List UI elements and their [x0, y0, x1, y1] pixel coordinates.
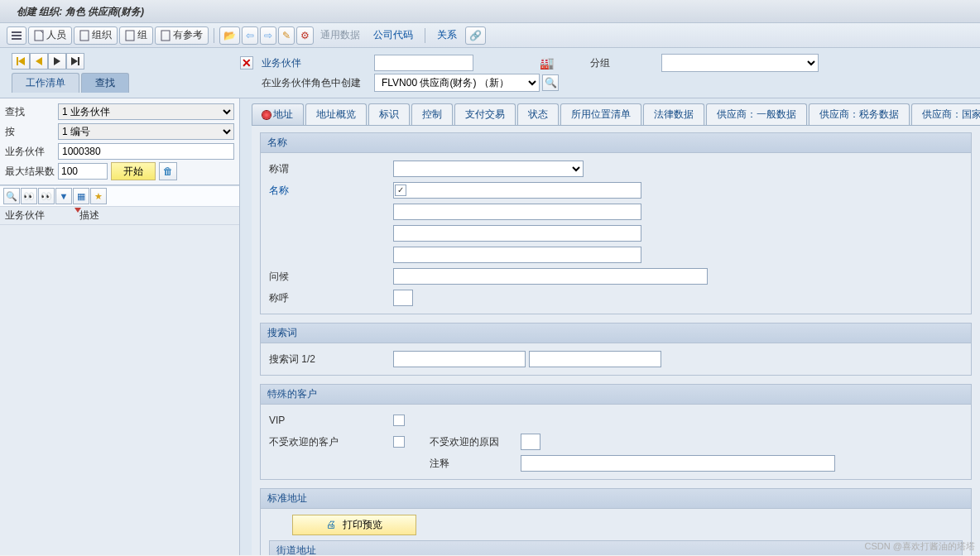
print-preview-button[interactable]: 🖨 打印预览 — [292, 515, 416, 535]
check-button[interactable]: ✎ — [278, 26, 295, 45]
tab-legal[interactable]: 法律数据 — [643, 103, 704, 125]
tab-ident[interactable]: 标识 — [368, 103, 410, 125]
menu-icon — [11, 30, 22, 41]
main-tabs: 地址 地址概览 标识 控制 支付交易 状态 所用位置清单 法律数据 供应商：一般… — [252, 103, 980, 125]
svg-marker-11 — [71, 57, 78, 65]
find-label: 查找 — [5, 105, 58, 119]
name-input-3[interactable] — [393, 225, 641, 242]
unwelcome-checkbox[interactable] — [393, 436, 405, 448]
settings-button[interactable]: ⚙ — [296, 26, 314, 45]
grid-icon: ▦ — [77, 191, 85, 202]
results-toolbar: 🔍 👀 👀 ▼ ▦ ★ — [0, 185, 239, 207]
svg-marker-8 — [18, 57, 25, 65]
name-input-4[interactable] — [393, 247, 641, 263]
factory-icon: 🏭 — [540, 56, 554, 70]
vip-checkbox[interactable] — [393, 415, 405, 426]
tab-vendor-country[interactable]: 供应商：国家/地 — [911, 103, 980, 125]
folder-open-icon: 📂 — [223, 30, 236, 41]
vip-label: VIP — [269, 415, 393, 426]
tab-content: 名称 称谓 名称 问候 称呼 搜索词 — [252, 125, 980, 555]
bp-input[interactable] — [374, 55, 473, 71]
gear-red-icon: ⚙ — [300, 30, 310, 41]
role-select[interactable]: FLVN00 供应商(财务) （新） — [374, 74, 540, 92]
salutation-input[interactable] — [393, 290, 413, 306]
svg-rect-6 — [161, 31, 170, 41]
org-button[interactable]: 组织 — [74, 26, 118, 45]
relation-more-button[interactable]: 🔗 — [465, 26, 486, 45]
role-search-button[interactable]: 🔍 — [542, 74, 559, 91]
close-panel-button[interactable]: ✕ — [240, 56, 253, 70]
group-button[interactable]: 组 — [119, 26, 153, 45]
group-searchterm: 搜索词 搜索词 1/2 — [260, 323, 972, 376]
next-icon — [53, 57, 61, 65]
start-button[interactable]: 开始 — [111, 162, 156, 180]
bp-num-input[interactable] — [58, 143, 234, 160]
group-name: 名称 称谓 名称 问候 称呼 — [260, 132, 972, 314]
unwelcome-reason-label: 不受欢迎的原因 — [430, 435, 521, 449]
tab-address[interactable]: 地址 — [252, 103, 304, 125]
tab-vendor-general[interactable]: 供应商：一般数据 — [706, 103, 807, 125]
note-input[interactable] — [521, 455, 835, 472]
chain-icon: 🔗 — [469, 30, 482, 41]
next-record-button[interactable] — [48, 53, 66, 70]
tab-vendor-tax[interactable]: 供应商：税务数据 — [809, 103, 910, 125]
open-button[interactable]: 📂 — [219, 26, 240, 45]
searchterm2-input[interactable] — [529, 351, 661, 367]
binoculars-icon: 👀 — [41, 191, 52, 202]
max-label: 最大结果数 — [5, 165, 58, 179]
tab-payment[interactable]: 支付交易 — [454, 103, 516, 125]
tab-control[interactable]: 控制 — [411, 103, 453, 125]
tab-worklist[interactable]: 工作清单 — [12, 73, 79, 93]
role-label: 在业务伙伴角色中创建 — [258, 76, 374, 90]
last-record-button[interactable] — [66, 53, 84, 70]
toolbar-separator — [214, 28, 214, 43]
left-tabs: 工作清单 查找 — [12, 73, 240, 93]
detail-button[interactable]: 🔍 — [3, 188, 20, 204]
right-panel: 地址 地址概览 标识 控制 支付交易 状态 所用位置清单 法律数据 供应商：一般… — [240, 98, 980, 555]
status-dot-icon — [262, 111, 271, 119]
tab-find[interactable]: 查找 — [81, 73, 129, 93]
svg-marker-10 — [54, 57, 60, 65]
tab-status[interactable]: 状态 — [517, 103, 559, 125]
by-select[interactable]: 1 编号 — [58, 123, 234, 140]
find-btn2[interactable]: 👀 — [38, 188, 55, 204]
company-code-link[interactable]: 公司代码 — [367, 28, 420, 42]
svg-marker-9 — [36, 57, 42, 65]
title-select[interactable] — [393, 161, 584, 177]
filter-button[interactable]: ▼ — [55, 188, 72, 204]
find-select[interactable]: 1 业务伙伴 — [58, 103, 234, 120]
withref-button[interactable]: 有参考 — [155, 26, 209, 45]
layout-button[interactable]: ▦ — [73, 188, 89, 204]
svg-rect-12 — [78, 57, 79, 65]
prev-record-button[interactable] — [30, 53, 48, 70]
name-input-1[interactable] — [393, 182, 641, 199]
group-name-header: 名称 — [261, 133, 971, 153]
tab-address-overview[interactable]: 地址概览 — [305, 103, 367, 125]
max-input[interactable] — [58, 163, 108, 180]
relation-link[interactable]: 关系 — [430, 28, 464, 42]
menu-button[interactable] — [7, 26, 26, 45]
find-btn1[interactable]: 👀 — [21, 188, 37, 204]
svg-rect-4 — [80, 31, 89, 41]
name-input-2[interactable] — [393, 204, 641, 220]
magnifier-icon: 🔍 — [545, 77, 557, 89]
group-special-header: 特殊的客户 — [261, 385, 971, 405]
unwelcome-reason-input[interactable] — [521, 434, 540, 450]
prev-button[interactable]: ⇦ — [242, 26, 258, 45]
first-record-button[interactable] — [12, 53, 30, 70]
tab-usage[interactable]: 所用位置清单 — [560, 103, 641, 125]
trash-icon: 🗑 — [163, 165, 173, 177]
star-icon: ★ — [94, 191, 103, 202]
searchterm1-input[interactable] — [393, 351, 526, 367]
salutation-label: 称呼 — [269, 291, 393, 305]
greeting-input[interactable] — [393, 268, 708, 285]
watermark: CSDN @喜欢打酱油的塔塔 — [865, 540, 975, 553]
person-button[interactable]: 人员 — [28, 26, 72, 45]
generic-data-label: 通用数据 — [315, 28, 365, 42]
binoculars-icon: 👀 — [23, 191, 35, 202]
fav-button[interactable]: ★ — [90, 188, 107, 204]
record-nav — [12, 53, 240, 70]
clear-button[interactable]: 🗑 — [159, 162, 177, 180]
group-select[interactable] — [661, 54, 819, 72]
next-button[interactable]: ⇨ — [260, 26, 276, 45]
